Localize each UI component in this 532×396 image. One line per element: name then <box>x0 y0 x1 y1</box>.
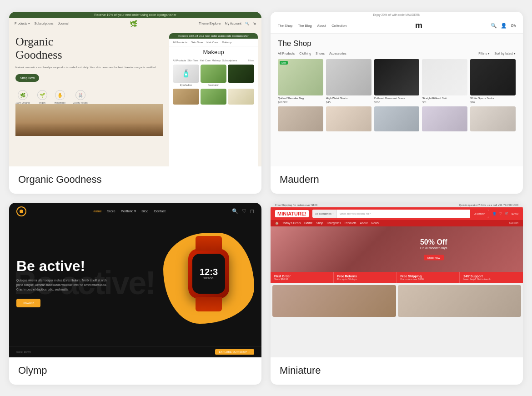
maudern-page-title: The Shop <box>278 39 516 48</box>
mini-hero-bg: 50% Off On all wooden toys Shop Now <box>271 226 523 272</box>
maudern-product-2[interactable]: High Waist Shorts $45 <box>326 59 371 104</box>
mini-hero-btn[interactable]: Shop Now <box>424 255 444 260</box>
product2-img-3 <box>374 106 420 131</box>
maudern-sort-controls: Filters ▾ Sort by latest ▾ <box>478 52 516 55</box>
makeup-item-1: 🧴 Eyeshadow <box>173 65 199 87</box>
olymp-bg-text: Be active! <box>14 264 155 301</box>
card-miniature[interactable]: Free Shipping for orders over $100 Quisl… <box>271 203 523 385</box>
mini-feature-2: Free Returns For up to 30 days <box>334 272 397 283</box>
card-olymp[interactable]: Home Store Portfolio ▾ Blog Contact 🔍 ♡ … <box>9 203 261 385</box>
product-price-5: $16 <box>470 101 516 104</box>
organic-body: Organic Goodness Natural cosmetics and f… <box>9 30 261 166</box>
filter-accessories[interactable]: Accessories <box>329 52 346 55</box>
makeup-product-grid: 🧴 Eyeshadow Foundation <box>171 63 256 89</box>
organic-feature-icons: 🌿 100% Organic 🌱 Vegan ✋ Handmade 🐰 <box>15 90 163 104</box>
product-name-4: Straight Ribbed Skirt <box>422 97 467 100</box>
nav-products: Products ▾ <box>15 22 30 25</box>
makeup-label-3 <box>228 83 254 85</box>
mini-search-category[interactable]: All categories ÷ <box>312 210 337 218</box>
watch-band-top <box>196 236 222 251</box>
card-maudern[interactable]: Enjoy 20% off with code MAUDERN The Shop… <box>271 12 523 194</box>
mini-feature-title-4: 24/7 Support <box>463 275 519 278</box>
watch-screen: 12:3 10sec. <box>192 254 225 294</box>
mini-feature-4: 24/7 Support Need help? Get in touch <box>460 272 523 283</box>
cruelty-free-circle-icon: 🐰 <box>75 90 85 100</box>
olymp-nav-icons: 🔍 ♡ ◻ <box>232 208 254 214</box>
maudern-product-4[interactable]: Straight Ribbed Skirt $51 <box>422 59 467 104</box>
mini-bottom-img-2 <box>398 285 522 317</box>
maudern-products-row2 <box>278 106 516 131</box>
mini-feature-title-3: Free Shipping <box>401 275 456 278</box>
icon-cruelty-free: 🐰 Cruelty Neutral <box>73 90 88 104</box>
mini-hero-content: 50% Off On all wooden toys Shop Now <box>420 238 447 260</box>
organic-topbar: Receive 10% off your next order using co… <box>9 12 261 18</box>
watch-seconds-display: 10sec. <box>203 276 214 280</box>
organic-card-label: Organic Goodness <box>9 166 261 194</box>
product-img-4 <box>422 59 467 95</box>
makeup-label-1: Eyeshadow <box>173 83 199 87</box>
maudern-preview: Enjoy 20% off with code MAUDERN The Shop… <box>271 12 523 166</box>
icon-handmade: ✋ Handmade <box>55 90 65 104</box>
mini-subnav: 🏠 Today's Deals Home Shop Categories Pro… <box>271 220 523 226</box>
organic-bottom-image <box>15 104 163 136</box>
product-img-3 <box>374 59 420 95</box>
sidebar-hair-care: Hair Care <box>206 41 218 44</box>
maudern-product-1[interactable]: Quilted Shoulder Bag $68 $52 <box>278 59 323 104</box>
maudern-product-3[interactable]: Collared Over-coat Dress $130 <box>374 59 420 104</box>
maudern-cart-icon: 🛍 <box>511 23 516 29</box>
mini-search-button[interactable]: Q Search <box>470 210 489 218</box>
nav-search-icon: 🔍 <box>245 22 249 25</box>
mini-support-link: Support <box>509 221 518 225</box>
mini-hero: 50% Off On all wooden toys Shop Now <box>271 226 523 272</box>
filter-all[interactable]: All Products <box>278 52 295 55</box>
maudern-filter-tabs: All Products Clothing Shoes Accessories <box>278 52 346 55</box>
olymp-logo-inner <box>20 210 23 213</box>
organic-shop-btn[interactable]: Shop Now <box>15 74 39 82</box>
filter-clothing[interactable]: Clothing <box>299 52 311 55</box>
sidebar-all-products: All Products <box>173 41 187 44</box>
sort-btn[interactable]: Sort by latest ▾ <box>494 52 516 55</box>
olymp-heart-icon: ♡ <box>242 208 246 214</box>
maudern-product-5[interactable]: White Sports Socks $16 <box>470 59 516 104</box>
product-img-2 <box>326 59 371 95</box>
mini-hero-title: 50% Off <box>420 238 447 246</box>
mini-feature-title-1: First Order <box>274 275 330 278</box>
mini-nav-todays-deals: Today's Deals <box>282 221 301 225</box>
filter-btn[interactable]: Filters ▾ <box>478 52 490 55</box>
mini-feature-title-2: Free Returns <box>337 275 393 278</box>
mini-features-bar: First Order Save $10.99 Free Returns For… <box>271 272 523 283</box>
product-price-1: $68 $52 <box>278 101 323 104</box>
miniature-card-label: Miniature <box>271 357 523 385</box>
organic-sub: Natural cosmetics and family-care produc… <box>15 65 163 70</box>
watch-time-display: 12:3 <box>200 267 218 276</box>
makeup-green-img <box>201 65 227 83</box>
organic-preview: Receive 10% off your next order using co… <box>9 12 261 166</box>
makeup-label-2: Foundation <box>201 83 227 87</box>
mini-feature-3: Free Shipping For orders over $100 <box>397 272 460 283</box>
handmade-circle-icon: ✋ <box>55 90 65 100</box>
olymp-scroll-indicator: Scroll Down <box>16 351 31 353</box>
olymp-body: Be active! Be active! Quisque viverra ul… <box>9 220 261 346</box>
product-img-1 <box>278 59 323 95</box>
maudern-search-icon: 🔍 <box>491 23 497 29</box>
mini-search-bar[interactable]: All categories ÷ What are you looking fo… <box>312 210 489 218</box>
makeup-sm-img-1 <box>173 89 199 105</box>
mini-topbar-right: Quislio question? Give us a call +91 734… <box>459 204 518 206</box>
olymp-nav-contact: Contact <box>154 209 166 213</box>
product2-img-5 <box>470 106 516 131</box>
mini-feature-sub-4: Need help? Get in touch <box>463 278 519 281</box>
nav-subscriptions: Subscriptions <box>35 22 54 25</box>
filter-shoes[interactable]: Shoes <box>316 52 325 55</box>
olymp-nav-links: Home Store Portfolio ▾ Blog Contact <box>93 209 166 213</box>
product-name-3: Collared Over-coat Dress <box>374 97 420 100</box>
olymp-explore-btn[interactable]: EXPLORE OUR SHOP → <box>215 349 254 355</box>
mini-topbar: Free Shipping for orders over $100 Quisl… <box>271 203 523 207</box>
olymp-nav: Home Store Portfolio ▾ Blog Contact 🔍 ♡ … <box>9 203 261 220</box>
mini-hero-sub: On all wooden toys <box>420 246 447 249</box>
card-organic-goodness[interactable]: Receive 10% off your next order using co… <box>9 12 261 194</box>
makeup-tags: All Products Skin Tone Hair Care Makeup … <box>171 58 256 63</box>
mini-feature-sub-2: For up to 30 days <box>337 278 393 281</box>
product-price-4: $51 <box>422 101 467 104</box>
icon-organic: 🌿 100% Organic <box>15 90 30 104</box>
mini-search-input[interactable]: What are you looking for? <box>337 210 470 218</box>
